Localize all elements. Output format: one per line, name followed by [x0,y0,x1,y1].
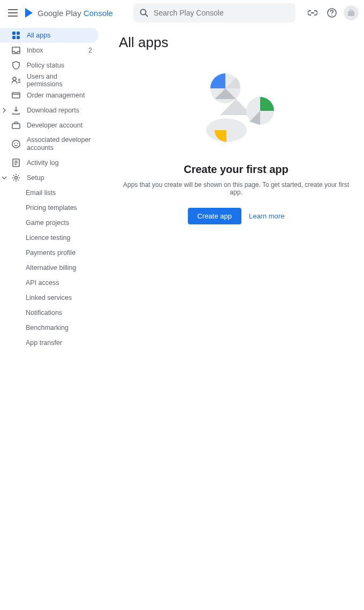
nav-sub-pricing-templates[interactable]: Pricing templates [0,200,106,215]
page-title: All apps [119,34,353,51]
svg-point-9 [13,77,16,80]
svg-rect-11 [12,124,20,129]
nav-sub-app-transfer[interactable]: App transfer [0,335,106,350]
create-app-button[interactable]: Create app [188,208,241,224]
nav-activity-log[interactable]: Activity log [0,155,98,170]
chevron-right-icon [1,107,7,114]
nav-sub-payments-profile[interactable]: Payments profile [0,245,106,260]
empty-state-actions: Create app Learn more [119,208,353,224]
empty-illustration [188,67,284,153]
svg-point-0 [140,10,146,15]
help-button[interactable] [324,5,339,20]
nav-policy-status[interactable]: Policy status [0,58,98,73]
nav-inbox[interactable]: Inbox 2 [0,43,98,58]
svg-point-13 [14,143,16,144]
link-button[interactable] [305,5,320,20]
logo[interactable]: Google Play Console [25,7,113,18]
nav-label: Inbox [27,47,43,54]
nav-label: Setup [27,174,44,182]
face-icon [11,139,21,149]
svg-rect-3 [350,10,353,12]
menu-button[interactable] [5,5,20,20]
briefcase-icon [11,120,21,131]
svg-rect-10 [12,93,20,98]
svg-point-12 [12,140,20,148]
play-logo-icon [25,7,34,18]
main-content: All apps Create your first app [106,26,364,350]
nav-sub-licence-testing[interactable]: Licence testing [0,230,106,245]
search-bar[interactable] [133,3,295,22]
empty-state: Create your first app Apps that you crea… [119,62,353,224]
logo-text: Google Play Console [37,9,113,18]
empty-state-description: Apps that you create will be shown on th… [119,181,353,196]
nav-label: Associated developer accounts [27,136,92,152]
svg-point-14 [17,143,18,144]
nav-sub-alternative-billing[interactable]: Alternative billing [0,260,106,275]
nav-download-reports[interactable]: Download reports [0,103,98,118]
nav-sub-game-projects[interactable]: Game projects [0,215,106,230]
inbox-badge: 2 [88,47,92,54]
gear-icon [11,172,21,183]
nav-all-apps[interactable]: All apps [0,28,98,43]
nav-label: Download reports [27,107,79,114]
sidebar: All apps Inbox 2 Policy status Users and… [0,26,106,350]
learn-more-link[interactable]: Learn more [249,212,284,220]
briefcase-icon [347,9,355,17]
nav-label: All apps [27,32,50,39]
header: Google Play Console [0,0,364,26]
nav-associated-accounts[interactable]: Associated developer accounts [0,133,98,155]
search-input[interactable] [154,9,289,17]
svg-rect-2 [348,11,354,16]
apps-grid-icon [11,30,21,41]
shield-icon [11,60,21,71]
svg-rect-4 [12,32,16,35]
nav-label: Activity log [27,159,59,167]
users-icon [11,75,21,86]
nav-label: Order management [27,92,85,99]
svg-rect-7 [17,36,20,39]
nav-label: Users and permissions [27,73,92,88]
nav-sub-api-access[interactable]: API access [0,275,106,290]
nav-sub-email-lists[interactable]: Email lists [0,185,106,200]
nav-setup[interactable]: Setup [0,170,98,185]
svg-point-16 [15,177,18,179]
nav-sub-linked-services[interactable]: Linked services [0,290,106,305]
help-icon [327,8,337,18]
nav-developer-account[interactable]: Developer account [0,118,98,133]
card-icon [11,90,21,101]
svg-rect-5 [17,32,20,35]
search-icon [140,9,148,17]
header-actions [305,5,359,20]
link-icon [308,10,317,16]
account-avatar[interactable] [344,5,359,20]
chevron-down-icon [1,175,7,181]
nav-label: Developer account [27,122,82,129]
svg-rect-6 [12,36,16,39]
nav-sub-benchmarking[interactable]: Benchmarking [0,320,106,335]
nav-label: Policy status [27,62,64,69]
empty-state-title: Create your first app [119,163,353,176]
nav-users-permissions[interactable]: Users and permissions [0,73,98,88]
inbox-icon [11,45,21,56]
log-icon [11,157,21,168]
nav-sub-notifications[interactable]: Notifications [0,305,106,320]
nav-order-management[interactable]: Order management [0,88,98,103]
download-icon [11,105,21,116]
hamburger-icon [8,9,18,17]
